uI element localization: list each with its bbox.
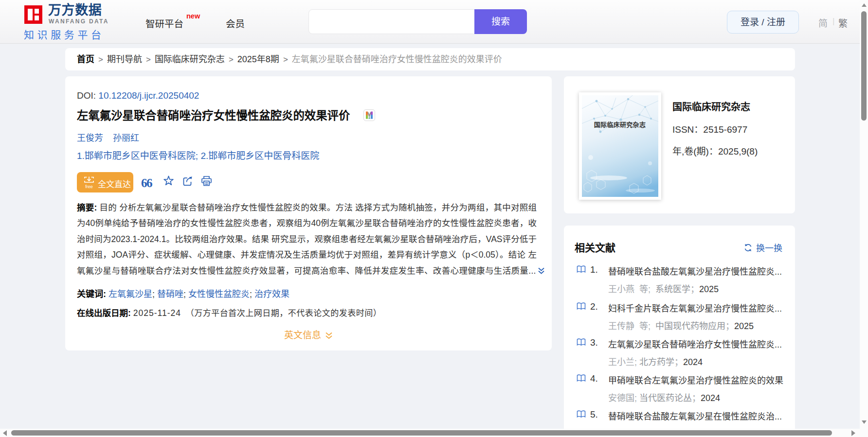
svg-text:国际临床研究杂志: 国际临床研究杂志 — [594, 121, 646, 128]
svg-text:free: free — [85, 184, 93, 189]
